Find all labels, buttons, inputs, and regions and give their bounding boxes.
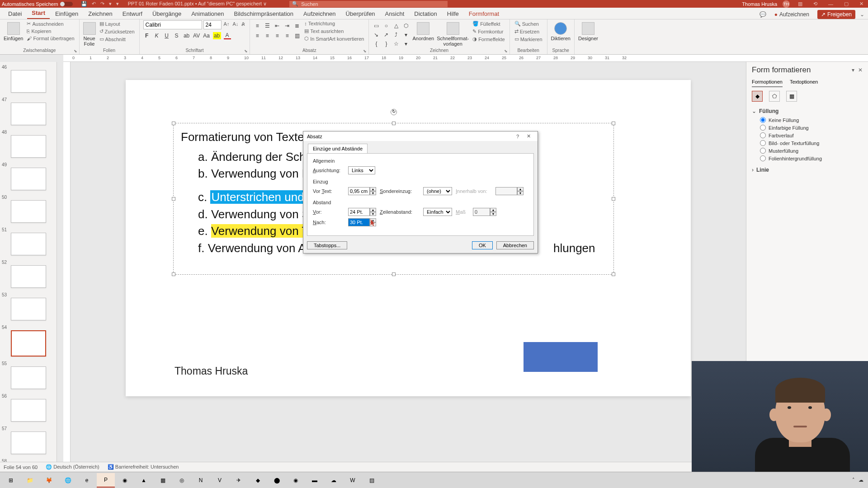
thumbnail-46[interactable]: 46: [2, 64, 55, 93]
measure-spinner[interactable]: ▲▼: [473, 208, 496, 216]
tab-zeichnen[interactable]: Zeichnen: [84, 9, 117, 19]
slide-canvas[interactable]: Formatierung von Texten: a. Änderung der…: [57, 62, 746, 475]
shape-icon[interactable]: }: [382, 40, 390, 47]
share-button[interactable]: ↗Freigeben: [817, 10, 855, 19]
thumbnail-48[interactable]: 48: [2, 129, 55, 158]
cancel-button[interactable]: Abbrechen: [496, 241, 534, 249]
before-spacing-spinner[interactable]: ▲▼: [348, 208, 376, 216]
taskbar-app-icon[interactable]: ▤: [363, 473, 381, 488]
spin-up-icon[interactable]: ▲: [370, 208, 376, 212]
shape-icon[interactable]: ⬡: [402, 22, 410, 29]
thumbnail-53[interactable]: 53: [2, 291, 55, 320]
replace-button[interactable]: ⇄Ersetzen: [514, 28, 543, 35]
line-spacing-icon[interactable]: ≣: [293, 22, 301, 29]
ok-button[interactable]: OK: [472, 241, 493, 249]
thumbnail-47[interactable]: 47: [2, 96, 55, 125]
find-button[interactable]: 🔍Suchen: [514, 20, 543, 27]
justify-icon[interactable]: ≡: [283, 32, 291, 39]
tab-entwurf[interactable]: Entwurf: [118, 9, 147, 19]
format-painter-button[interactable]: 🖌Format übertragen: [26, 35, 75, 42]
tab-start[interactable]: Start: [27, 8, 50, 19]
tab-datei[interactable]: Datei: [4, 9, 26, 19]
text-align-button[interactable]: ▤Text ausrichten: [303, 28, 365, 34]
dialog-launcher-icon[interactable]: ⬊: [363, 49, 368, 53]
within-spinner[interactable]: ▲▼: [495, 187, 524, 195]
dialog-tab-indents[interactable]: Einzüge und Abstände: [308, 144, 368, 153]
thumbnail-51[interactable]: 51: [2, 226, 55, 255]
font-color-icon[interactable]: A: [224, 32, 231, 39]
indent-inc-icon[interactable]: ⇥: [283, 22, 291, 29]
text-options-tab[interactable]: Textoptionen: [790, 79, 818, 87]
spin-up-icon[interactable]: ▲: [370, 187, 376, 191]
taskbar-app-icon[interactable]: ☁: [325, 473, 343, 488]
ribbon-display-icon[interactable]: ⟲: [811, 1, 820, 7]
spacing-icon[interactable]: AV: [193, 32, 200, 39]
author-text[interactable]: Thomas Hruska: [175, 365, 248, 377]
dictate-button[interactable]: Diktieren: [551, 20, 571, 41]
document-title[interactable]: PPT 01 Roter Faden 001.pptx • Auf "diese…: [128, 1, 267, 7]
taskbar-app-icon[interactable]: ◎: [173, 473, 191, 488]
user-avatar[interactable]: TH: [783, 0, 790, 8]
thumbnail-52[interactable]: 52: [2, 259, 55, 288]
accessibility-status[interactable]: ♿ Barrierefreiheit: Untersuchen: [108, 464, 179, 470]
taskbar-powerpoint-icon[interactable]: P: [97, 473, 115, 488]
text-direction-button[interactable]: ↕Textrichtung: [303, 20, 365, 27]
thumbnail-49[interactable]: 49: [2, 161, 55, 190]
size-icon[interactable]: ▦: [786, 91, 797, 102]
spin-down-icon[interactable]: ▼: [370, 212, 376, 216]
tab-animationen[interactable]: Animationen: [187, 9, 228, 19]
collapse-ribbon-icon[interactable]: ⌄: [860, 11, 864, 18]
slide-thumbnails[interactable]: 46 47 48 49 50 51 52 53 54 55 56 57 58 5…: [0, 62, 57, 475]
fill-line-icon[interactable]: ◆: [752, 91, 763, 102]
shape-icon[interactable]: {: [373, 40, 380, 47]
resize-handle-w[interactable]: [172, 197, 175, 201]
spin-down-icon[interactable]: ▼: [370, 222, 376, 226]
align-center-icon[interactable]: ≡: [264, 32, 271, 39]
spin-up-icon[interactable]: ▲: [517, 187, 524, 191]
taskbar-obs-icon[interactable]: ⬤: [268, 473, 286, 488]
highlight-icon[interactable]: ab: [213, 32, 221, 39]
shape-icon[interactable]: ↘: [373, 31, 380, 38]
font-name-input[interactable]: [143, 20, 202, 29]
spin-down-icon[interactable]: ▼: [517, 191, 524, 195]
paste-button[interactable]: Einfügen: [4, 20, 23, 41]
taskbar-onenote-icon[interactable]: N: [192, 473, 210, 488]
fill-slidebg-radio[interactable]: Folienhintergrundfüllung: [760, 155, 863, 162]
tab-hilfe[interactable]: Hilfe: [443, 9, 463, 19]
shape-more-icon[interactable]: ▾: [402, 40, 410, 47]
taskbar-app-icon[interactable]: ◉: [116, 473, 134, 488]
alignment-select[interactable]: Links: [348, 166, 375, 174]
taskbar-explorer-icon[interactable]: 📁: [21, 473, 39, 488]
vertical-ruler[interactable]: [63, 62, 71, 475]
taskbar-app-icon[interactable]: ▲: [135, 473, 153, 488]
shape-icon[interactable]: ☆: [392, 40, 400, 47]
indent-dec-icon[interactable]: ⇤: [274, 22, 281, 29]
tray-icon[interactable]: ☁: [859, 477, 863, 483]
tabstops-button[interactable]: Tabstopps...: [307, 241, 347, 249]
tray-chevron-icon[interactable]: ˄: [852, 477, 855, 483]
save-icon[interactable]: 💾: [81, 1, 87, 7]
resize-handle-sw[interactable]: [172, 272, 175, 276]
align-left-icon[interactable]: ≡: [254, 32, 261, 39]
shape-icon[interactable]: ↗: [382, 31, 390, 38]
fill-solid-radio[interactable]: Einfarbige Füllung: [760, 124, 863, 131]
bold-icon[interactable]: F: [143, 32, 151, 39]
user-name[interactable]: Thomas Hruska: [742, 1, 777, 7]
tab-ueberpruefen[interactable]: Überprüfen: [341, 9, 380, 19]
blue-rectangle-shape[interactable]: [524, 342, 598, 372]
dialog-launcher-icon[interactable]: ⬊: [244, 49, 249, 53]
shadow-icon[interactable]: ab: [183, 32, 190, 39]
columns-icon[interactable]: ▥: [293, 32, 301, 39]
close-icon[interactable]: ✕: [857, 1, 866, 7]
tab-aufzeichnen[interactable]: Aufzeichnen: [299, 9, 340, 19]
before-text-spinner[interactable]: ▲▼: [348, 187, 376, 195]
taskbar-app-icon[interactable]: ◆: [249, 473, 267, 488]
fill-pattern-radio[interactable]: Musterfüllung: [760, 147, 863, 155]
tab-einfuegen[interactable]: Einfügen: [51, 9, 83, 19]
pane-options-icon[interactable]: ▾: [852, 67, 854, 73]
shape-icon[interactable]: ⤴: [392, 31, 400, 38]
fill-none-radio[interactable]: Keine Füllung: [760, 116, 863, 124]
autosave-toggle[interactable]: Automatisches Speichern: [2, 1, 73, 7]
resize-handle-e[interactable]: [612, 197, 615, 201]
resize-handle-nw[interactable]: [172, 122, 175, 125]
